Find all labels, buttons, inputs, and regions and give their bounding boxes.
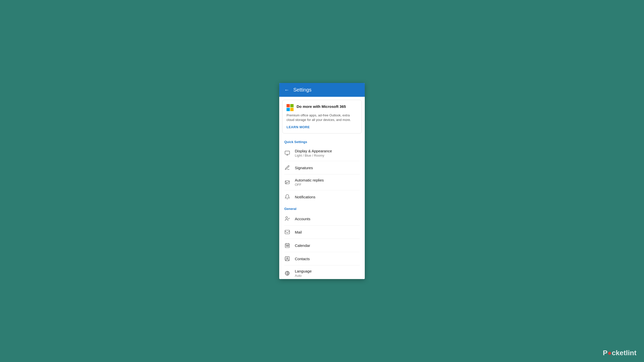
signatures-icon <box>284 165 290 171</box>
person-svg <box>285 216 290 221</box>
display-appearance-title: Display & Appearance <box>295 149 360 153</box>
signatures-text: Signatures <box>295 166 360 170</box>
automatic-replies-icon <box>284 179 290 185</box>
contacts-text: Contacts <box>295 257 360 261</box>
watermark-highlight: ● <box>608 349 612 357</box>
mail-text: Mail <box>295 230 360 234</box>
settings-item-display-appearance[interactable]: Display & Appearance Light / Blue / Room… <box>279 145 365 161</box>
settings-item-notifications[interactable]: Notifications <box>279 190 365 203</box>
promo-header: Do more with Microsoft 365 <box>287 104 357 111</box>
calendar-svg <box>285 243 290 248</box>
settings-item-language[interactable]: Language Auto <box>279 265 365 279</box>
auto-reply-svg <box>285 179 290 185</box>
calendar-title: Calendar <box>295 243 360 248</box>
general-label: General <box>279 203 365 212</box>
calendar-text: Calendar <box>295 243 360 248</box>
language-text: Language Auto <box>295 269 360 278</box>
settings-item-calendar[interactable]: Calendar <box>279 239 365 252</box>
settings-item-accounts[interactable]: Accounts <box>279 212 365 225</box>
logo-blue <box>287 108 290 111</box>
settings-header: ← Settings <box>279 83 365 97</box>
display-svg <box>285 150 290 156</box>
automatic-replies-title: Automatic replies <box>295 178 360 182</box>
svg-rect-10 <box>287 246 288 246</box>
settings-item-contacts[interactable]: Contacts <box>279 252 365 265</box>
accounts-text: Accounts <box>295 217 360 221</box>
language-subtitle: Auto <box>295 274 360 278</box>
mail-svg <box>285 229 290 235</box>
notifications-text: Notifications <box>295 195 360 199</box>
settings-item-mail[interactable]: Mail <box>279 225 365 239</box>
svg-rect-11 <box>288 246 289 246</box>
automatic-replies-subtitle: OFF <box>295 183 360 187</box>
notifications-title: Notifications <box>295 195 360 199</box>
display-icon <box>284 150 290 156</box>
svg-point-13 <box>287 258 288 259</box>
language-svg <box>285 270 290 276</box>
svg-point-3 <box>286 217 288 218</box>
contacts-title: Contacts <box>295 257 360 261</box>
watermark: P●cketlint <box>603 349 636 357</box>
mail-title: Mail <box>295 230 360 234</box>
settings-panel: ← Settings Do more with Microsoft 365 Pr… <box>279 83 365 279</box>
mail-icon <box>284 229 290 235</box>
logo-yellow <box>290 108 294 111</box>
pen-svg <box>285 165 290 170</box>
settings-content: Do more with Microsoft 365 Premium offic… <box>279 97 365 279</box>
svg-rect-0 <box>285 151 290 154</box>
learn-more-link[interactable]: LEARN MORE <box>287 125 310 129</box>
quick-settings-label: Quick Settings <box>279 137 365 145</box>
automatic-replies-text: Automatic replies OFF <box>295 178 360 187</box>
signatures-title: Signatures <box>295 166 360 170</box>
display-appearance-subtitle: Light / Blue / Roomy <box>295 154 360 157</box>
calendar-icon <box>284 242 290 248</box>
back-button[interactable]: ← <box>284 87 289 93</box>
promo-card: Do more with Microsoft 365 Premium offic… <box>282 100 362 133</box>
settings-item-signatures[interactable]: Signatures <box>279 161 365 174</box>
svg-rect-9 <box>286 246 287 246</box>
logo-green <box>290 104 294 107</box>
svg-rect-4 <box>285 230 290 234</box>
notifications-icon <box>284 194 290 200</box>
logo-red <box>287 104 290 107</box>
bell-svg <box>285 194 290 200</box>
accounts-icon <box>284 216 290 222</box>
promo-description: Premium office apps, ad-free Outlook, ex… <box>287 113 357 122</box>
page-title: Settings <box>293 87 311 93</box>
contacts-icon <box>284 256 290 262</box>
language-title: Language <box>295 269 360 273</box>
accounts-title: Accounts <box>295 217 360 221</box>
language-icon <box>284 270 290 276</box>
contacts-svg <box>285 256 290 261</box>
promo-title: Do more with Microsoft 365 <box>297 104 346 109</box>
settings-item-automatic-replies[interactable]: Automatic replies OFF <box>279 174 365 190</box>
display-appearance-text: Display & Appearance Light / Blue / Room… <box>295 149 360 157</box>
microsoft-logo <box>287 104 294 111</box>
